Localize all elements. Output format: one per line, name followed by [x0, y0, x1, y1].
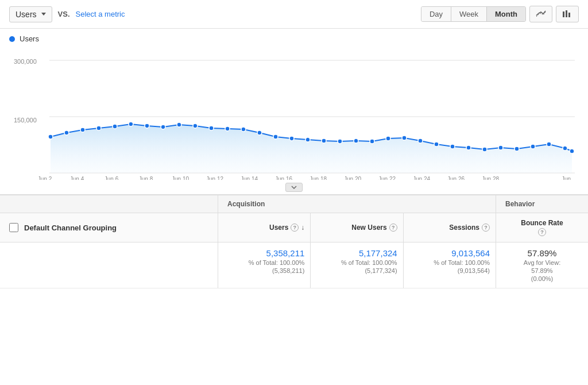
bounce-rate-header-label: Bounce Rate [521, 219, 563, 227]
month-button[interactable]: Month [487, 7, 525, 21]
svg-text:Jun 28: Jun 28 [482, 176, 499, 180]
line-chart-svg: 300,000 150,000 [9, 48, 578, 180]
svg-point-12 [96, 126, 101, 130]
users-total-value: 5,358,211 [224, 248, 304, 258]
chevron-down-icon [291, 185, 297, 190]
toolbar-right: Day Week Month [421, 6, 579, 22]
bar-chart-button[interactable] [556, 6, 579, 22]
toolbar: Users VS. Select a metric Day Week Month [0, 0, 588, 29]
new-users-total-pct: % of Total: 100.00% [316, 259, 397, 266]
expand-chart-button[interactable] [285, 183, 303, 192]
svg-point-37 [498, 145, 503, 150]
sessions-info-icon[interactable]: ? [482, 224, 490, 232]
svg-point-39 [531, 144, 535, 149]
td-bounce-rate-total: 57.89% Avg for View: 57.89% (0.00%) [496, 242, 588, 288]
svg-text:Jun 10: Jun 10 [172, 176, 189, 180]
svg-text:150,000: 150,000 [14, 117, 37, 124]
svg-point-27 [338, 139, 342, 144]
svg-text:Jun 2: Jun 2 [38, 176, 52, 180]
svg-point-38 [514, 147, 519, 151]
time-button-group: Day Week Month [421, 6, 526, 22]
svg-point-16 [161, 125, 165, 129]
th-behavior: Behavior [496, 195, 588, 213]
svg-point-33 [434, 142, 439, 147]
new-users-header-label: New Users [351, 224, 386, 232]
svg-text:Jun 22: Jun 22 [378, 176, 396, 180]
metric-dropdown-label: Users [16, 10, 37, 19]
svg-point-26 [322, 138, 326, 143]
td-sessions-total: 9,013,564 % of Total: 100.00% (9,013,564… [404, 242, 496, 288]
svg-point-23 [273, 134, 278, 139]
users-header-label: Users [269, 224, 288, 232]
svg-point-18 [193, 124, 198, 128]
bounce-rate-avg-value: 57.89% [502, 267, 582, 274]
svg-text:Jun 4: Jun 4 [70, 176, 84, 180]
bar-chart-icon [562, 9, 572, 17]
new-users-info-icon[interactable]: ? [389, 224, 397, 232]
week-button[interactable]: Week [451, 7, 487, 21]
th-new-users: New Users ? [311, 213, 403, 242]
svg-point-35 [466, 145, 471, 150]
svg-text:Jun: Jun [562, 176, 571, 180]
sessions-total-value: 9,013,564 [409, 248, 490, 258]
select-all-checkbox[interactable] [9, 223, 18, 232]
svg-point-13 [113, 124, 117, 129]
svg-text:Jun 24: Jun 24 [413, 176, 430, 180]
svg-point-40 [547, 142, 551, 147]
svg-text:Jun 6: Jun 6 [105, 176, 119, 180]
toolbar-left: Users VS. Select a metric [9, 6, 125, 22]
svg-text:300,000: 300,000 [14, 58, 37, 65]
svg-point-22 [257, 130, 262, 135]
svg-point-10 [64, 130, 69, 135]
td-new-users-total: 5,177,324 % of Total: 100.00% (5,177,324… [311, 242, 403, 288]
svg-point-15 [145, 124, 149, 128]
svg-rect-1 [566, 10, 567, 17]
channel-header-label: Default Channel Grouping [24, 224, 117, 232]
chevron-down-icon [41, 13, 46, 16]
svg-point-32 [418, 138, 423, 143]
svg-text:Jun 12: Jun 12 [206, 176, 223, 180]
svg-point-30 [386, 136, 390, 141]
th-users: Users ? ↓ [218, 213, 311, 242]
svg-text:Jun 26: Jun 26 [447, 176, 465, 180]
users-total-abs: (5,358,211) [224, 267, 304, 274]
users-info-icon[interactable]: ? [291, 224, 299, 232]
th-channel-grouping: Default Channel Grouping [0, 213, 218, 242]
svg-point-42 [570, 149, 574, 153]
svg-point-9 [48, 134, 53, 139]
svg-point-34 [450, 144, 455, 149]
th-sessions: Sessions ? [404, 213, 496, 242]
new-users-total-abs: (5,177,324) [316, 267, 397, 274]
day-button[interactable]: Day [421, 7, 451, 21]
table-column-header-row: Default Channel Grouping Users ? ↓ New U… [0, 213, 588, 242]
table-group-header-row: Acquisition Behavior [0, 195, 588, 213]
svg-text:Jun 14: Jun 14 [241, 176, 258, 180]
th-channel-empty [0, 195, 218, 213]
legend-label: Users [20, 34, 39, 43]
th-acquisition: Acquisition [218, 195, 496, 213]
line-chart-icon [536, 9, 546, 17]
svg-text:Jun 8: Jun 8 [139, 176, 153, 180]
th-bounce-rate: Bounce Rate ? [496, 213, 588, 242]
svg-point-24 [289, 136, 294, 141]
bounce-rate-info-icon[interactable]: ? [538, 228, 546, 236]
svg-text:Jun 16: Jun 16 [275, 176, 292, 180]
chart-type-button[interactable] [529, 6, 552, 22]
svg-point-36 [482, 147, 487, 152]
svg-point-21 [241, 127, 246, 132]
table-totals-row: 5,358,211 % of Total: 100.00% (5,358,211… [0, 242, 588, 288]
svg-point-14 [129, 122, 133, 126]
select-metric-link[interactable]: Select a metric [76, 10, 125, 18]
metric-dropdown[interactable]: Users [9, 6, 52, 22]
svg-text:Jun 18: Jun 18 [310, 176, 327, 180]
sessions-total-pct: % of Total: 100.00% [409, 259, 490, 266]
data-table: Acquisition Behavior Default Channel Gro… [0, 194, 588, 288]
sessions-header-label: Sessions [449, 224, 479, 232]
legend-dot [9, 36, 15, 42]
users-sort-icon[interactable]: ↓ [301, 224, 304, 232]
new-users-total-value: 5,177,324 [316, 248, 397, 258]
chart-legend: Users [9, 34, 579, 43]
svg-rect-0 [563, 11, 564, 17]
svg-rect-2 [568, 13, 570, 17]
svg-text:Jun 20: Jun 20 [344, 176, 361, 180]
